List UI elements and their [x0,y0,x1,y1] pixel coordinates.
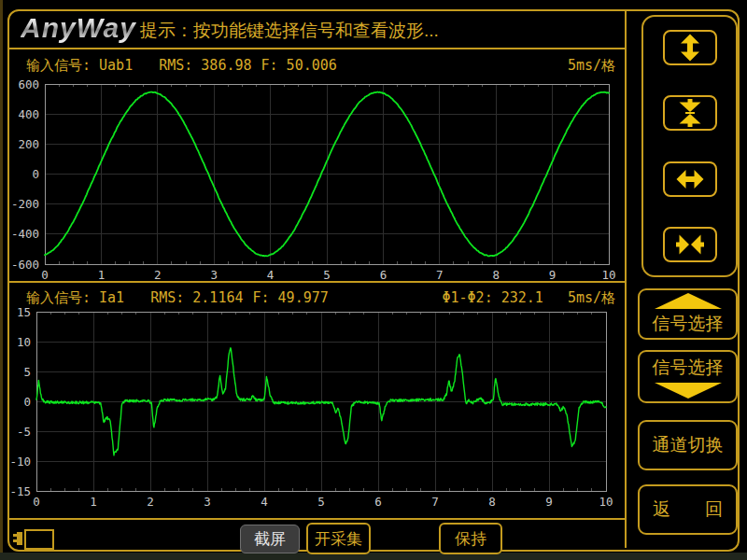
vertical-compress-button[interactable] [663,95,717,131]
bottombar-divider [9,518,625,520]
triangle-up-icon [655,293,722,309]
waveform-zoom-group [641,15,738,277]
svg-text:6: 6 [380,268,388,282]
svg-text:0: 0 [32,167,39,181]
svg-text:-10: -10 [9,455,31,469]
left-bezel [0,0,3,560]
return-label-left: 返 [653,497,670,522]
svg-text:7: 7 [431,495,439,509]
header-divider [9,48,625,49]
svg-text:5: 5 [323,268,331,282]
vertical-compress-icon [669,99,711,127]
anyway-logo: AnyWay [21,12,136,44]
horizontal-expand-button[interactable] [663,161,717,197]
horizontal-expand-icon [669,165,711,193]
battery-icon [13,528,54,549]
svg-text:15: 15 [17,305,31,319]
svg-text:9: 9 [545,495,553,509]
start-capture-button[interactable]: 开采集 [306,523,371,554]
voltage-waveform-plot: 6004002000-200-400-600012345678910 [9,50,625,282]
svg-text:5: 5 [317,495,325,509]
svg-text:9: 9 [549,268,557,282]
svg-text:7: 7 [436,268,444,282]
svg-text:2: 2 [147,495,154,509]
bottom-bezel [0,553,747,560]
svg-text:4: 4 [261,495,268,509]
svg-text:400: 400 [18,107,39,121]
svg-text:8: 8 [488,495,496,509]
sidebar-divider [625,11,627,548]
hint-text: 提示：按功能键选择信号和查看波形... [140,19,439,43]
svg-text:4: 4 [267,268,275,282]
svg-text:2: 2 [154,268,162,282]
tick-labels: 6004002000-200-400-600012345678910 [11,77,616,283]
svg-text:200: 200 [18,137,39,151]
svg-text:1: 1 [98,268,106,282]
return-button[interactable]: 返 回 [638,484,738,535]
svg-text:-15: -15 [9,484,31,498]
svg-text:0: 0 [33,495,40,509]
channel-switch-button[interactable]: 通道切换 [638,420,738,470]
channel-switch-label: 通道切换 [653,433,724,457]
svg-text:-600: -600 [11,258,39,272]
screenshot-button[interactable]: 截屏 [240,525,300,553]
svg-text:0: 0 [23,395,31,409]
grid [45,84,609,264]
horizontal-compress-button[interactable] [663,227,717,262]
svg-text:1: 1 [90,495,97,509]
svg-text:10: 10 [599,495,613,509]
signal-select-down-button[interactable]: 信号选择 [638,350,738,403]
svg-text:3: 3 [210,268,218,282]
current-waveform-plot: 151050-5-10-15012345678910 [9,283,625,516]
horizontal-compress-icon [669,231,711,259]
triangle-down-icon [655,383,722,399]
svg-text:10: 10 [601,268,615,282]
svg-text:6: 6 [374,495,382,509]
return-label-right: 回 [705,497,723,522]
svg-text:10: 10 [17,335,31,349]
svg-text:0: 0 [41,268,49,282]
svg-text:-5: -5 [17,425,31,439]
hold-button[interactable]: 保持 [439,523,502,554]
tick-labels: 151050-5-10-15012345678910 [9,305,613,510]
instrument-screen: AnyWay 提示：按功能键选择信号和查看波形... 输入信号: Uab1 RM… [0,0,747,560]
svg-text:-200: -200 [11,197,39,211]
vertical-expand-icon [669,34,711,62]
svg-text:3: 3 [204,495,211,509]
svg-text:600: 600 [18,77,39,91]
signal-select-down-label: 信号选择 [653,356,724,380]
vertical-expand-button[interactable] [663,30,717,65]
signal-select-up-label: 信号选择 [653,312,724,336]
signal-select-up-button[interactable]: 信号选择 [638,288,738,340]
svg-text:5: 5 [23,365,31,379]
svg-text:-400: -400 [11,227,39,241]
svg-text:8: 8 [492,268,500,282]
